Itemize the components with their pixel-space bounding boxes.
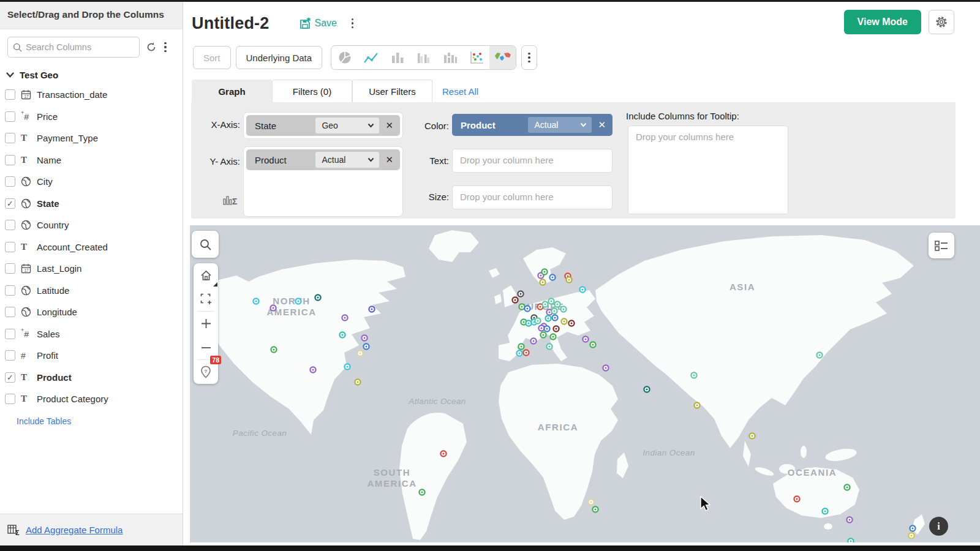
map-marker[interactable] [519, 345, 524, 349]
map-marker[interactable] [341, 333, 345, 337]
tab-filters[interactable]: Filters (0) [272, 80, 352, 102]
column-checkbox[interactable] [5, 307, 15, 317]
map-markers-button[interactable]: ? 78 [194, 360, 218, 384]
map-marker[interactable] [556, 302, 560, 307]
text-dropzone[interactable]: Drop your column here [452, 149, 612, 173]
column-checkbox[interactable] [5, 350, 15, 361]
map-marker[interactable] [370, 307, 374, 312]
map-marker[interactable] [910, 534, 914, 538]
column-checkbox[interactable] [5, 220, 15, 230]
map-marker[interactable] [524, 351, 529, 355]
column-checkbox[interactable] [5, 242, 15, 252]
column-item-last-login[interactable]: 17Last_Login [0, 258, 183, 280]
map-marker[interactable] [316, 296, 320, 300]
map-marker[interactable] [849, 539, 853, 543]
column-checkbox[interactable] [5, 263, 15, 274]
map-marker[interactable] [296, 299, 301, 304]
map-marker[interactable] [818, 353, 822, 358]
map-marker[interactable] [551, 335, 556, 339]
column-checkbox[interactable] [5, 155, 15, 165]
reset-all-link[interactable]: Reset All [442, 86, 478, 97]
map-zoom-in-button[interactable] [194, 312, 218, 335]
map-marker[interactable] [345, 365, 350, 369]
scatter-plot-icon[interactable] [463, 46, 489, 69]
color-pill[interactable]: Product Actual ✕ [452, 114, 612, 136]
view-mode-button[interactable]: View Mode [844, 10, 921, 34]
map-marker[interactable] [594, 508, 598, 512]
map-marker[interactable] [442, 452, 446, 456]
column-item-state[interactable]: State [0, 193, 183, 215]
color-mode-dropdown[interactable]: Actual [528, 117, 592, 133]
map-marker[interactable] [271, 306, 276, 310]
map-marker[interactable] [548, 345, 552, 349]
map-marker[interactable] [845, 485, 850, 490]
column-item-price[interactable]: +#Price [0, 106, 183, 128]
map-marker[interactable] [551, 276, 555, 280]
sidebar-more-button[interactable] [163, 41, 168, 54]
map-marker[interactable] [527, 321, 531, 326]
map-marker[interactable] [750, 434, 755, 438]
map-marker[interactable] [420, 490, 424, 495]
column-checkbox[interactable] [5, 176, 15, 187]
x-axis-mode-dropdown[interactable]: Geo [315, 118, 379, 133]
map-marker[interactable] [532, 339, 536, 343]
include-tables-link[interactable]: Include Tables [17, 416, 71, 426]
map-marker[interactable] [543, 270, 547, 274]
tab-user-filters[interactable]: User Filters [352, 80, 432, 102]
map-canvas[interactable]: NORTH AMERICASOUTH AMERICAEUROPEAFRICAAS… [190, 225, 980, 542]
column-item-product-category[interactable]: TProduct Category [0, 388, 183, 410]
line-chart-icon[interactable] [358, 46, 384, 69]
map-marker[interactable] [540, 326, 544, 331]
tab-graph[interactable]: Graph [192, 80, 272, 102]
column-item-account-created[interactable]: TAccount_Created [0, 236, 183, 258]
pie-chart-icon[interactable] [331, 46, 358, 69]
map-fullscreen-button[interactable] [194, 287, 218, 311]
column-checkbox[interactable] [5, 111, 15, 122]
y-axis-mode-dropdown[interactable]: Actual [315, 152, 379, 168]
refresh-button[interactable] [146, 42, 157, 53]
underlying-data-button[interactable]: Underlying Data [236, 46, 323, 69]
column-item-longitude[interactable]: Longitude [0, 301, 183, 323]
bar-chart-icon[interactable] [384, 46, 410, 69]
map-marker[interactable] [541, 333, 546, 337]
map-marker[interactable] [823, 509, 827, 514]
settings-button[interactable] [929, 10, 954, 34]
column-checkbox[interactable] [5, 89, 15, 100]
map-marker[interactable] [311, 368, 315, 372]
y-axis-remove-button[interactable]: ✕ [384, 154, 394, 165]
map-marker[interactable] [584, 337, 588, 342]
map-home-button[interactable] [194, 263, 218, 287]
map-marker[interactable] [562, 307, 566, 312]
map-marker[interactable] [552, 309, 557, 313]
column-item-name[interactable]: TName [0, 149, 183, 171]
map-marker[interactable] [254, 299, 258, 304]
map-marker[interactable] [364, 345, 369, 349]
column-checkbox[interactable] [5, 329, 15, 339]
map-marker[interactable] [581, 288, 585, 292]
y-axis-pill[interactable]: Product Actual ✕ [246, 149, 400, 170]
map-marker[interactable] [848, 518, 852, 522]
map-marker[interactable] [519, 292, 523, 296]
table-group-header[interactable]: Test Geo [0, 61, 183, 84]
column-item-product[interactable]: TProduct [0, 367, 183, 389]
y-axis-dropzone[interactable]: Product Actual ✕ [243, 146, 403, 217]
map-info-button[interactable]: i [929, 517, 948, 536]
expander-handle[interactable] [213, 282, 217, 287]
map-search-button[interactable] [192, 231, 219, 258]
map-marker[interactable] [567, 278, 571, 282]
map-marker[interactable] [645, 388, 649, 392]
map-legend-button[interactable] [929, 233, 954, 258]
column-checkbox[interactable] [5, 133, 15, 143]
map-marker[interactable] [538, 305, 543, 309]
stacked-bar-chart-icon[interactable] [437, 46, 463, 69]
more-chart-types-button[interactable] [521, 45, 537, 70]
column-item-sales[interactable]: +#Sales [0, 323, 183, 345]
x-axis-remove-button[interactable]: ✕ [384, 120, 394, 131]
map-marker[interactable] [356, 380, 360, 384]
map-marker[interactable] [695, 403, 699, 408]
map-marker[interactable] [522, 320, 526, 324]
map-chart-icon[interactable] [489, 46, 516, 69]
column-item-latitude[interactable]: Latitude [0, 280, 183, 302]
column-checkbox[interactable] [5, 394, 15, 404]
map-marker[interactable] [570, 321, 574, 326]
